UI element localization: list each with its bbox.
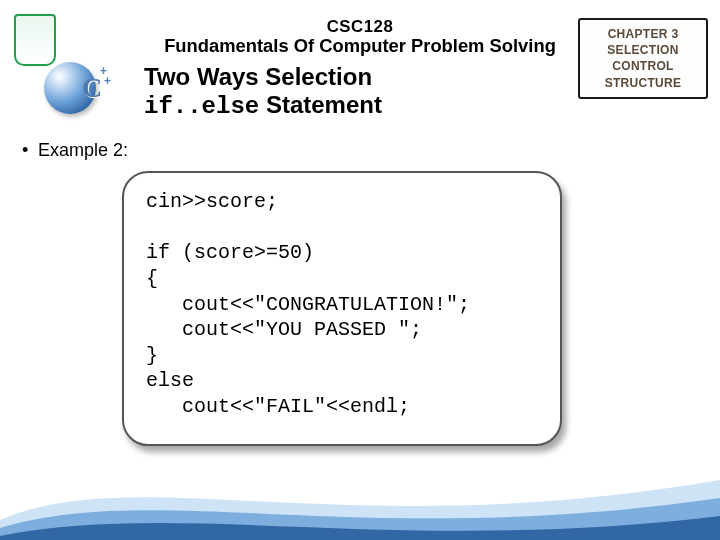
- chapter-box: CHAPTER 3 SELECTION CONTROL STRUCTURE: [578, 18, 708, 99]
- code-box: cin>>score; if (score>=50) { cout<<"CONG…: [122, 171, 562, 445]
- chapter-line-3: STRUCTURE: [584, 75, 702, 91]
- cpp-logo: C + +: [44, 62, 114, 120]
- bullet-marker: •: [22, 140, 38, 161]
- bullet-text: Example 2:: [38, 140, 128, 160]
- chapter-line-1: CHAPTER 3: [584, 26, 702, 42]
- topic-mono: if..else: [144, 93, 259, 120]
- chapter-line-2: SELECTION CONTROL: [584, 42, 702, 74]
- footer-swoosh: [0, 450, 720, 540]
- example-bullet: •Example 2:: [22, 140, 720, 161]
- topic-rest: Statement: [259, 91, 382, 118]
- code-content: cin>>score; if (score>=50) { cout<<"CONG…: [146, 189, 538, 419]
- plus-icon: +: [104, 74, 111, 88]
